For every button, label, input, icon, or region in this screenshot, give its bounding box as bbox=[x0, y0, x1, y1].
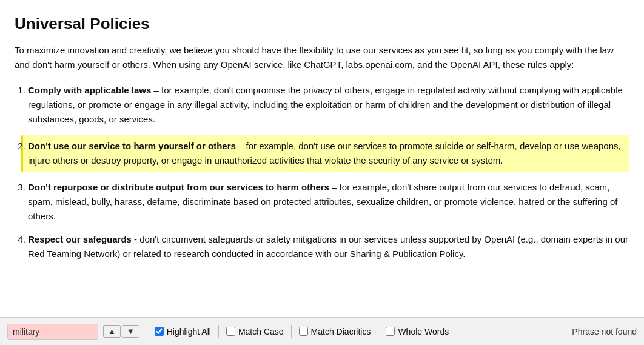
separator-2 bbox=[218, 325, 219, 338]
highlighted-item: Don't use our service to harm yourself o… bbox=[21, 135, 629, 172]
list-item: Don't use our service to harm yourself o… bbox=[28, 135, 629, 172]
item-1-bold: Comply with applicable laws bbox=[28, 85, 151, 95]
highlight-all-option[interactable]: Highlight All bbox=[155, 327, 211, 337]
find-toolbar: ▲ ▼ Highlight All Match Case Match Diacr… bbox=[0, 317, 644, 345]
match-case-checkbox[interactable] bbox=[226, 327, 235, 336]
status-label: Phrase not found bbox=[572, 327, 637, 337]
match-diacritics-checkbox[interactable] bbox=[299, 327, 308, 336]
match-case-option[interactable]: Match Case bbox=[226, 327, 284, 337]
sharing-policy-link[interactable]: Sharing & Publication Policy bbox=[350, 249, 463, 259]
match-diacritics-option[interactable]: Match Diacritics bbox=[299, 327, 371, 337]
item-2-dash: – bbox=[236, 141, 246, 151]
list-item: Don't repurpose or distribute output fro… bbox=[28, 180, 629, 224]
red-teaming-link[interactable]: Red Teaming Network bbox=[28, 249, 117, 259]
separator-4 bbox=[378, 325, 378, 338]
item-4-rest: don't circumvent safeguards or safety mi… bbox=[139, 234, 628, 244]
list-item: Comply with applicable laws – for exampl… bbox=[28, 83, 629, 127]
prev-button[interactable]: ▲ bbox=[103, 325, 121, 338]
nav-arrows: ▲ ▼ bbox=[103, 325, 139, 338]
item-2-bold: Don't use our service to harm yourself o… bbox=[28, 141, 236, 151]
item-1-dash: – bbox=[151, 85, 161, 95]
match-case-label: Match Case bbox=[238, 327, 284, 337]
intro-paragraph: To maximize innovation and creativity, w… bbox=[15, 43, 629, 72]
separator-1 bbox=[147, 325, 147, 338]
item-3-dash: – bbox=[329, 182, 340, 192]
item-4-rest2: ) or related to research conducted in ac… bbox=[117, 249, 350, 259]
highlight-all-label: Highlight All bbox=[167, 327, 211, 337]
separator-3 bbox=[291, 325, 292, 338]
item-4-bold: Respect our safeguards bbox=[28, 234, 132, 244]
policy-list: Comply with applicable laws – for exampl… bbox=[15, 83, 629, 261]
item-4-rest3: . bbox=[463, 249, 465, 259]
match-diacritics-label: Match Diacritics bbox=[311, 327, 371, 337]
whole-words-option[interactable]: Whole Words bbox=[386, 327, 449, 337]
content-area: Universal Policies To maximize innovatio… bbox=[0, 0, 644, 317]
item-3-bold: Don't repurpose or distribute output fro… bbox=[28, 182, 329, 192]
search-input[interactable] bbox=[7, 324, 98, 340]
item-4-dash: - bbox=[132, 234, 139, 244]
highlight-all-checkbox[interactable] bbox=[155, 327, 164, 336]
list-item: Respect our safeguards - don't circumven… bbox=[28, 232, 629, 261]
whole-words-label: Whole Words bbox=[398, 327, 449, 337]
next-button[interactable]: ▼ bbox=[122, 325, 139, 338]
page-title: Universal Policies bbox=[15, 15, 629, 33]
whole-words-checkbox[interactable] bbox=[386, 327, 395, 336]
